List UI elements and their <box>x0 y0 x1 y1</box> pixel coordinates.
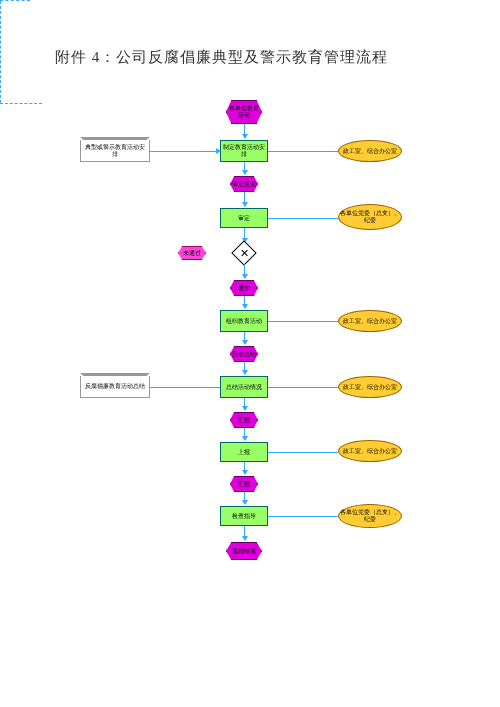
connector <box>268 218 338 219</box>
arrow <box>244 124 245 138</box>
org-2: 各单位党委（总支）、纪委 <box>338 204 402 230</box>
org-5: 政工室、综合办公室 <box>338 440 402 462</box>
arrow <box>244 362 245 374</box>
org-1: 政工室、综合办公室 <box>338 140 402 162</box>
process-inspect: 检查指导 <box>220 506 268 526</box>
process-organize: 组织教育活动 <box>220 310 268 332</box>
org-4: 政工室、综合办公室 <box>338 376 402 398</box>
arrow <box>244 398 245 410</box>
doc-notify: 通知 <box>230 280 258 296</box>
process-summarize: 总结活动情况 <box>220 376 268 398</box>
arrow <box>244 162 245 174</box>
decision-gateway <box>231 240 256 265</box>
reject-line <box>0 1 1 103</box>
start-event: 各单位教育活动 <box>226 100 262 124</box>
page-title: 附件 4：公司反腐倡廉典型及警示教育管理流程 <box>55 48 388 67</box>
connector <box>268 151 338 152</box>
doc-review-opinion: 审定意见 <box>230 176 258 192</box>
arrow <box>244 526 245 540</box>
doc-report1: 汇报 <box>230 412 258 428</box>
connector <box>268 321 338 322</box>
arrow <box>244 492 245 504</box>
process-approve: 审定 <box>220 208 268 228</box>
process-submit: 上报 <box>220 442 268 462</box>
connector <box>150 151 220 152</box>
process-plan: 制定教育活动安排 <box>220 140 268 162</box>
arrow <box>244 192 245 206</box>
arrow <box>244 332 245 344</box>
reject-line <box>0 0 30 1</box>
connector <box>150 387 220 388</box>
org-6: 各单位党委（总支）、纪委 <box>338 504 402 528</box>
end-event: 流程结束 <box>226 542 262 560</box>
connector <box>268 516 338 517</box>
note-1: 典型或警示教育活动安排 <box>80 140 150 162</box>
doc-activity-summary: 活动总结 <box>230 346 258 362</box>
reject-label: 未通过 <box>178 246 206 260</box>
note-2: 反腐倡廉教育活动总结 <box>80 376 150 398</box>
arrow <box>244 428 245 440</box>
connector <box>268 387 338 388</box>
arrow <box>244 296 245 308</box>
org-3: 政工室、综合办公室 <box>338 310 402 332</box>
doc-report2: 汇报 <box>230 476 258 492</box>
connector <box>268 452 338 453</box>
reject-line <box>0 103 42 104</box>
arrow <box>244 264 245 278</box>
arrow <box>244 462 245 474</box>
